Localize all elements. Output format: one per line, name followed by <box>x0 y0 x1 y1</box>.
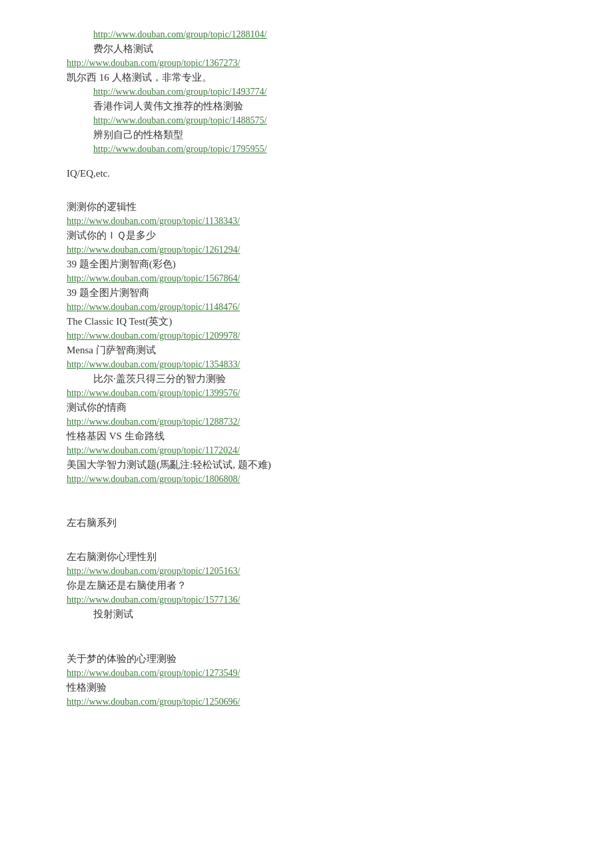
link-1795955[interactable]: http://www.douban.com/group/topic/179595… <box>93 144 573 155</box>
label-eq: 测试你的情商 <box>67 401 573 414</box>
link-1205163[interactable]: http://www.douban.com/group/topic/120516… <box>67 566 573 577</box>
label-identify: 辨别自己的性格類型 <box>93 129 573 141</box>
label-bill: 比尔·盖茨只得三分的智力测验 <box>93 373 573 385</box>
label-hk: 香港作词人黄伟文推荐的性格测验 <box>93 100 573 113</box>
label-projection: 投射测试 <box>93 608 573 621</box>
section-iqeq-title: IQ/EQ,etc. <box>67 168 573 179</box>
dream-section: 关于梦的体验的心理测验 http://www.douban.com/group/… <box>67 634 573 707</box>
link-1399576[interactable]: http://www.douban.com/group/topic/139957… <box>67 388 573 399</box>
link-1261294[interactable]: http://www.douban.com/group/topic/126129… <box>67 245 573 255</box>
label-personality-test: 性格测验 <box>67 681 573 694</box>
link-1367273[interactable]: http://www.douban.com/group/topic/136727… <box>67 58 573 69</box>
label-feer: 费尔人格测试 <box>93 43 573 55</box>
label-mensa: Mensa 门萨智商测试 <box>67 344 573 357</box>
leftright-section: 左右脑系列 左右脑测你心理性别 http://www.douban.com/gr… <box>67 498 573 621</box>
link-1172024[interactable]: http://www.douban.com/group/topic/117202… <box>67 445 573 456</box>
link-1806808[interactable]: http://www.douban.com/group/topic/180680… <box>67 474 573 485</box>
link-1138343[interactable]: http://www.douban.com/group/topic/113834… <box>67 216 573 227</box>
label-39color: 39 题全图片测智商(彩色) <box>67 258 573 271</box>
label-gene: 性格基因 VS 生命路线 <box>67 430 573 443</box>
link-1567864[interactable]: http://www.douban.com/group/topic/156786… <box>67 273 573 284</box>
personality-section: http://www.douban.com/group/topic/128810… <box>67 29 573 155</box>
iqeq-section: IQ/EQ,etc. 测测你的逻辑性 http://www.douban.com… <box>67 168 573 485</box>
label-leftright-user: 你是左脑还是右脑使用者？ <box>67 579 573 592</box>
link-1288104[interactable]: http://www.douban.com/group/topic/128810… <box>93 29 573 40</box>
link-1250696[interactable]: http://www.douban.com/group/topic/125069… <box>67 697 573 707</box>
link-1209978[interactable]: http://www.douban.com/group/topic/120997… <box>67 331 573 341</box>
group1-title: 测测你的逻辑性 <box>67 201 573 213</box>
link-1273549[interactable]: http://www.douban.com/group/topic/127354… <box>67 668 573 679</box>
main-content: http://www.douban.com/group/topic/128810… <box>67 29 573 707</box>
link-1493774[interactable]: http://www.douban.com/group/topic/149377… <box>93 87 573 97</box>
link-1577136[interactable]: http://www.douban.com/group/topic/157713… <box>67 595 573 605</box>
link-1288732[interactable]: http://www.douban.com/group/topic/128873… <box>67 417 573 427</box>
section-leftright-title: 左右脑系列 <box>67 517 573 529</box>
group2-title: 左右脑测你心理性别 <box>67 551 573 563</box>
label-classic-iq: The Classic IQ Test(英文) <box>67 315 573 328</box>
link-1148476[interactable]: http://www.douban.com/group/topic/114847… <box>67 302 573 313</box>
label-39: 39 题全图片测智商 <box>67 287 573 299</box>
label-kelsey: 凯尔西 16 人格测试，非常专业。 <box>67 71 573 84</box>
link-1354833[interactable]: http://www.douban.com/group/topic/135483… <box>67 359 573 370</box>
label-iq: 测试你的ＩＱ是多少 <box>67 229 573 242</box>
label-usa-iq: 美国大学智力测试题(馬亂注:轻松试试, 题不难) <box>67 459 573 471</box>
link-1488575[interactable]: http://www.douban.com/group/topic/148857… <box>93 115 573 126</box>
section-dream-title: 关于梦的体验的心理测验 <box>67 653 573 665</box>
